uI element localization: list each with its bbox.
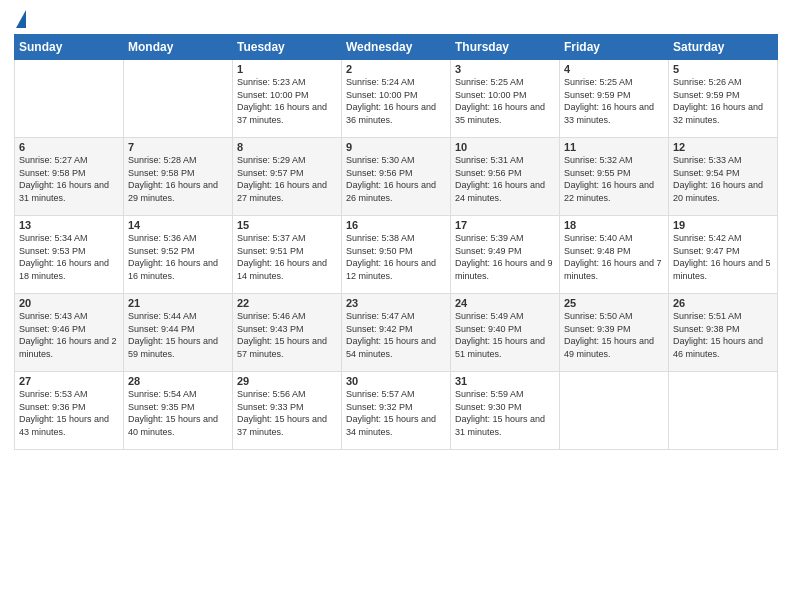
day-number: 21 (128, 297, 228, 309)
day-number: 16 (346, 219, 446, 231)
calendar-cell: 27Sunrise: 5:53 AMSunset: 9:36 PMDayligh… (15, 372, 124, 450)
day-number: 29 (237, 375, 337, 387)
day-number: 24 (455, 297, 555, 309)
day-number: 22 (237, 297, 337, 309)
logo-text (14, 10, 26, 28)
day-number: 17 (455, 219, 555, 231)
day-info: Sunrise: 5:57 AMSunset: 9:32 PMDaylight:… (346, 388, 446, 438)
logo-triangle-icon (16, 10, 26, 28)
calendar-week-row: 1Sunrise: 5:23 AMSunset: 10:00 PMDayligh… (15, 60, 778, 138)
day-number: 31 (455, 375, 555, 387)
page: SundayMondayTuesdayWednesdayThursdayFrid… (0, 0, 792, 612)
calendar-cell: 13Sunrise: 5:34 AMSunset: 9:53 PMDayligh… (15, 216, 124, 294)
day-number: 8 (237, 141, 337, 153)
calendar-cell: 28Sunrise: 5:54 AMSunset: 9:35 PMDayligh… (124, 372, 233, 450)
calendar-cell: 2Sunrise: 5:24 AMSunset: 10:00 PMDayligh… (342, 60, 451, 138)
calendar-cell: 23Sunrise: 5:47 AMSunset: 9:42 PMDayligh… (342, 294, 451, 372)
day-info: Sunrise: 5:50 AMSunset: 9:39 PMDaylight:… (564, 310, 664, 360)
day-number: 18 (564, 219, 664, 231)
calendar-cell: 20Sunrise: 5:43 AMSunset: 9:46 PMDayligh… (15, 294, 124, 372)
day-info: Sunrise: 5:29 AMSunset: 9:57 PMDaylight:… (237, 154, 337, 204)
calendar-cell: 8Sunrise: 5:29 AMSunset: 9:57 PMDaylight… (233, 138, 342, 216)
calendar-cell: 29Sunrise: 5:56 AMSunset: 9:33 PMDayligh… (233, 372, 342, 450)
day-number: 15 (237, 219, 337, 231)
day-number: 20 (19, 297, 119, 309)
day-number: 12 (673, 141, 773, 153)
day-number: 3 (455, 63, 555, 75)
day-number: 30 (346, 375, 446, 387)
weekday-header-wednesday: Wednesday (342, 35, 451, 60)
calendar-cell: 25Sunrise: 5:50 AMSunset: 9:39 PMDayligh… (560, 294, 669, 372)
day-info: Sunrise: 5:39 AMSunset: 9:49 PMDaylight:… (455, 232, 555, 282)
day-number: 26 (673, 297, 773, 309)
day-number: 14 (128, 219, 228, 231)
calendar-cell: 18Sunrise: 5:40 AMSunset: 9:48 PMDayligh… (560, 216, 669, 294)
weekday-header-monday: Monday (124, 35, 233, 60)
day-number: 9 (346, 141, 446, 153)
calendar-table: SundayMondayTuesdayWednesdayThursdayFrid… (14, 34, 778, 450)
day-info: Sunrise: 5:31 AMSunset: 9:56 PMDaylight:… (455, 154, 555, 204)
day-info: Sunrise: 5:54 AMSunset: 9:35 PMDaylight:… (128, 388, 228, 438)
day-number: 1 (237, 63, 337, 75)
calendar-cell: 3Sunrise: 5:25 AMSunset: 10:00 PMDayligh… (451, 60, 560, 138)
day-info: Sunrise: 5:40 AMSunset: 9:48 PMDaylight:… (564, 232, 664, 282)
calendar-cell: 24Sunrise: 5:49 AMSunset: 9:40 PMDayligh… (451, 294, 560, 372)
calendar-cell (15, 60, 124, 138)
calendar-week-row: 27Sunrise: 5:53 AMSunset: 9:36 PMDayligh… (15, 372, 778, 450)
day-number: 19 (673, 219, 773, 231)
day-number: 4 (564, 63, 664, 75)
weekday-header-thursday: Thursday (451, 35, 560, 60)
day-info: Sunrise: 5:56 AMSunset: 9:33 PMDaylight:… (237, 388, 337, 438)
day-info: Sunrise: 5:53 AMSunset: 9:36 PMDaylight:… (19, 388, 119, 438)
weekday-header-saturday: Saturday (669, 35, 778, 60)
day-info: Sunrise: 5:46 AMSunset: 9:43 PMDaylight:… (237, 310, 337, 360)
calendar-cell: 6Sunrise: 5:27 AMSunset: 9:58 PMDaylight… (15, 138, 124, 216)
day-info: Sunrise: 5:59 AMSunset: 9:30 PMDaylight:… (455, 388, 555, 438)
calendar-cell: 22Sunrise: 5:46 AMSunset: 9:43 PMDayligh… (233, 294, 342, 372)
day-number: 5 (673, 63, 773, 75)
day-number: 7 (128, 141, 228, 153)
day-number: 27 (19, 375, 119, 387)
calendar-cell: 5Sunrise: 5:26 AMSunset: 9:59 PMDaylight… (669, 60, 778, 138)
day-info: Sunrise: 5:36 AMSunset: 9:52 PMDaylight:… (128, 232, 228, 282)
day-number: 28 (128, 375, 228, 387)
logo (14, 10, 26, 28)
day-info: Sunrise: 5:51 AMSunset: 9:38 PMDaylight:… (673, 310, 773, 360)
calendar-cell: 12Sunrise: 5:33 AMSunset: 9:54 PMDayligh… (669, 138, 778, 216)
day-info: Sunrise: 5:49 AMSunset: 9:40 PMDaylight:… (455, 310, 555, 360)
day-info: Sunrise: 5:44 AMSunset: 9:44 PMDaylight:… (128, 310, 228, 360)
day-info: Sunrise: 5:24 AMSunset: 10:00 PMDaylight… (346, 76, 446, 126)
calendar-cell: 26Sunrise: 5:51 AMSunset: 9:38 PMDayligh… (669, 294, 778, 372)
calendar-cell: 7Sunrise: 5:28 AMSunset: 9:58 PMDaylight… (124, 138, 233, 216)
day-info: Sunrise: 5:34 AMSunset: 9:53 PMDaylight:… (19, 232, 119, 282)
calendar-cell: 21Sunrise: 5:44 AMSunset: 9:44 PMDayligh… (124, 294, 233, 372)
day-info: Sunrise: 5:43 AMSunset: 9:46 PMDaylight:… (19, 310, 119, 360)
day-info: Sunrise: 5:38 AMSunset: 9:50 PMDaylight:… (346, 232, 446, 282)
day-number: 13 (19, 219, 119, 231)
day-info: Sunrise: 5:37 AMSunset: 9:51 PMDaylight:… (237, 232, 337, 282)
day-info: Sunrise: 5:25 AMSunset: 10:00 PMDaylight… (455, 76, 555, 126)
calendar-week-row: 6Sunrise: 5:27 AMSunset: 9:58 PMDaylight… (15, 138, 778, 216)
calendar-cell: 19Sunrise: 5:42 AMSunset: 9:47 PMDayligh… (669, 216, 778, 294)
calendar-cell (669, 372, 778, 450)
weekday-header-tuesday: Tuesday (233, 35, 342, 60)
day-info: Sunrise: 5:32 AMSunset: 9:55 PMDaylight:… (564, 154, 664, 204)
day-info: Sunrise: 5:28 AMSunset: 9:58 PMDaylight:… (128, 154, 228, 204)
calendar-cell: 4Sunrise: 5:25 AMSunset: 9:59 PMDaylight… (560, 60, 669, 138)
day-info: Sunrise: 5:26 AMSunset: 9:59 PMDaylight:… (673, 76, 773, 126)
calendar-week-row: 13Sunrise: 5:34 AMSunset: 9:53 PMDayligh… (15, 216, 778, 294)
calendar-cell: 31Sunrise: 5:59 AMSunset: 9:30 PMDayligh… (451, 372, 560, 450)
calendar-cell: 16Sunrise: 5:38 AMSunset: 9:50 PMDayligh… (342, 216, 451, 294)
day-number: 11 (564, 141, 664, 153)
day-info: Sunrise: 5:23 AMSunset: 10:00 PMDaylight… (237, 76, 337, 126)
day-number: 6 (19, 141, 119, 153)
calendar-header-row: SundayMondayTuesdayWednesdayThursdayFrid… (15, 35, 778, 60)
day-info: Sunrise: 5:27 AMSunset: 9:58 PMDaylight:… (19, 154, 119, 204)
calendar-cell (124, 60, 233, 138)
day-number: 10 (455, 141, 555, 153)
calendar-week-row: 20Sunrise: 5:43 AMSunset: 9:46 PMDayligh… (15, 294, 778, 372)
day-info: Sunrise: 5:47 AMSunset: 9:42 PMDaylight:… (346, 310, 446, 360)
day-number: 23 (346, 297, 446, 309)
day-info: Sunrise: 5:42 AMSunset: 9:47 PMDaylight:… (673, 232, 773, 282)
calendar-cell: 11Sunrise: 5:32 AMSunset: 9:55 PMDayligh… (560, 138, 669, 216)
